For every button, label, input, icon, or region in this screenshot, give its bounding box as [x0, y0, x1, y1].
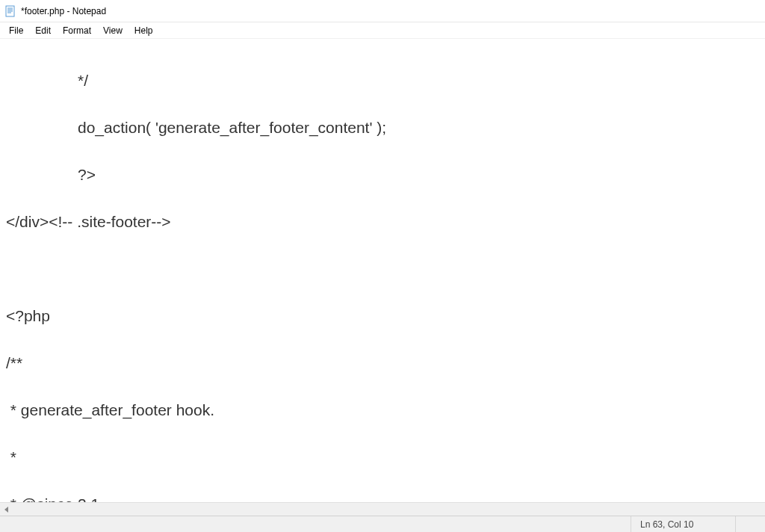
text-editor-area[interactable]: */ do_action( 'generate_after_footer_con…	[0, 39, 765, 502]
code-line: do_action( 'generate_after_footer_conten…	[6, 116, 759, 140]
statusbar: Ln 63, Col 10	[0, 516, 765, 532]
scroll-left-arrow-icon[interactable]	[0, 503, 13, 516]
svg-marker-5	[4, 507, 8, 513]
code-line: */	[6, 69, 759, 93]
menu-format[interactable]: Format	[57, 24, 97, 37]
code-line: * @since 2.1	[6, 492, 759, 503]
code-line: </div><!-- .site-footer-->	[6, 210, 759, 234]
status-right-cell	[735, 516, 765, 532]
menu-view[interactable]: View	[97, 24, 128, 37]
code-line: *	[6, 445, 759, 469]
menubar: File Edit Format View Help	[0, 22, 765, 39]
code-line: /**	[6, 351, 759, 375]
menu-help[interactable]: Help	[128, 24, 159, 37]
code-line: * generate_after_footer hook.	[6, 398, 759, 422]
code-line	[6, 257, 759, 281]
titlebar: *footer.php - Notepad	[0, 0, 765, 22]
code-line: <?php	[6, 304, 759, 328]
window-title: *footer.php - Notepad	[21, 6, 106, 16]
menu-edit[interactable]: Edit	[29, 24, 57, 37]
code-line: ?>	[6, 163, 759, 187]
horizontal-scrollbar[interactable]	[0, 502, 765, 516]
status-cursor-position: Ln 63, Col 10	[631, 516, 735, 532]
notepad-icon	[4, 5, 16, 17]
menu-file[interactable]: File	[3, 24, 29, 37]
